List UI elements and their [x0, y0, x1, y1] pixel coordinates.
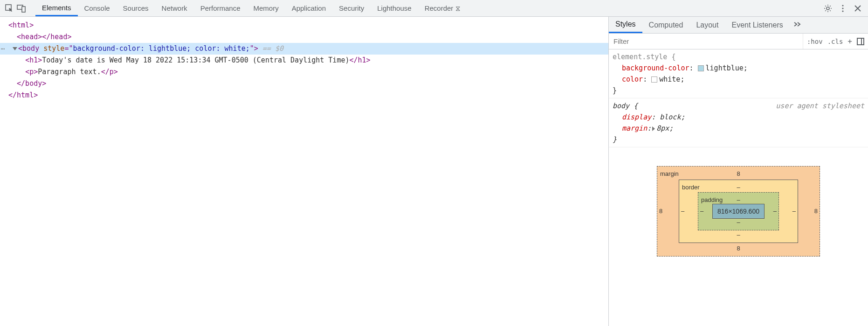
- dom-node-body-open[interactable]: ⋯ <body style="background-color: lightbl…: [0, 43, 608, 55]
- bm-margin-right[interactable]: 8: [814, 206, 818, 217]
- colon: :: [643, 75, 651, 83]
- inspect-icon[interactable]: [5, 4, 14, 13]
- style-property[interactable]: display: block;: [613, 111, 864, 123]
- tag-text: </html>: [8, 91, 38, 99]
- close-icon[interactable]: [853, 4, 862, 13]
- tag-close: </h1>: [350, 56, 371, 64]
- box-model-margin[interactable]: margin 8 8 8 8 border – – – – padding –: [657, 166, 820, 257]
- colon: :: [647, 124, 651, 132]
- prop-value: block: [660, 113, 681, 121]
- svg-rect-2: [22, 7, 25, 12]
- gear-icon[interactable]: [823, 4, 833, 13]
- prop-value: white: [659, 75, 680, 83]
- dom-node-h1[interactable]: <h1>Today's date is Wed May 18 2022 15:1…: [0, 55, 608, 66]
- cls-toggle[interactable]: .cls: [827, 38, 843, 45]
- expand-arrow-icon[interactable]: [13, 47, 17, 50]
- box-model-padding[interactable]: padding – – – – 816×1069.600: [698, 192, 779, 230]
- bm-content-size: 816×1069.600: [717, 208, 759, 215]
- elements-panel[interactable]: <html> <head></head> ⋯ <body style="back…: [0, 17, 609, 326]
- sidetab-layout[interactable]: Layout: [689, 17, 725, 33]
- tab-label: Application: [292, 4, 326, 12]
- toolbar-left-icons: [0, 0, 31, 16]
- bm-border-top[interactable]: –: [737, 182, 740, 193]
- svg-line-11: [830, 6, 830, 6]
- svg-point-3: [827, 7, 829, 10]
- semicolon: ;: [680, 75, 684, 83]
- sidetab-label: Event Listeners: [731, 21, 783, 29]
- tab-label: Lighthouse: [377, 4, 411, 12]
- brace-close: }: [613, 135, 617, 144]
- text-node: Paragraph text.: [38, 68, 101, 76]
- rule-body[interactable]: user agent stylesheet body { display: bl…: [609, 98, 868, 147]
- box-model-diagram[interactable]: margin 8 8 8 8 border – – – – padding –: [609, 147, 868, 275]
- brace-close: }: [613, 86, 617, 95]
- svg-point-12: [842, 5, 843, 6]
- bm-border-right[interactable]: –: [792, 206, 796, 217]
- bm-padding-bottom[interactable]: –: [737, 217, 740, 228]
- ua-stylesheet-label: user agent stylesheet: [776, 100, 864, 111]
- style-property[interactable]: margin:8px;: [613, 123, 864, 134]
- tag-open: <p>: [25, 68, 38, 76]
- sidetab-label: Computed: [649, 21, 683, 29]
- devtools-toolbar: Elements Console Sources Network Perform…: [0, 0, 868, 17]
- tab-network[interactable]: Network: [155, 0, 194, 16]
- dom-node-html-open[interactable]: <html>: [0, 20, 608, 31]
- color-swatch-icon[interactable]: [651, 76, 657, 83]
- tab-label: Security: [339, 4, 364, 12]
- overflow-chevron-icon[interactable]: [793, 21, 802, 29]
- bm-margin-bottom[interactable]: 8: [737, 243, 740, 254]
- sidetab-event-listeners[interactable]: Event Listeners: [725, 17, 789, 33]
- box-model-border[interactable]: border – – – – padding – – – – 816×1069.…: [679, 180, 798, 243]
- color-swatch-icon[interactable]: [698, 65, 704, 71]
- expand-shorthand-icon[interactable]: [652, 126, 655, 131]
- tab-recorder[interactable]: Recorder ⧖: [418, 0, 467, 16]
- selector-text: element.style {: [613, 53, 675, 61]
- filter-controls: :hov .cls +: [803, 34, 868, 49]
- sidetab-styles[interactable]: Styles: [609, 17, 642, 33]
- tab-sources[interactable]: Sources: [117, 0, 155, 16]
- tag-open: <body: [18, 44, 43, 53]
- svg-line-10: [825, 10, 826, 11]
- bm-margin-top[interactable]: 8: [737, 168, 740, 180]
- device-icon[interactable]: [17, 4, 26, 13]
- tab-label: Elements: [42, 4, 71, 12]
- tab-label: Console: [84, 4, 110, 12]
- new-style-rule-button[interactable]: +: [847, 37, 852, 46]
- tab-memory[interactable]: Memory: [247, 0, 285, 16]
- tab-label: Network: [162, 4, 187, 12]
- bm-padding-right[interactable]: –: [773, 206, 777, 217]
- dom-node-p[interactable]: <p>Paragraph text.</p>: [0, 66, 608, 78]
- tab-security[interactable]: Security: [332, 0, 371, 16]
- kebab-icon[interactable]: [838, 4, 847, 13]
- sidetab-label: Layout: [696, 21, 718, 29]
- tag-open: <h1>: [25, 56, 42, 64]
- bm-padding-top[interactable]: –: [737, 194, 740, 206]
- tab-application[interactable]: Application: [285, 0, 332, 16]
- toggle-sidebar-icon[interactable]: [857, 38, 864, 45]
- dom-node-body-close[interactable]: </body>: [0, 78, 608, 90]
- bm-margin-left[interactable]: 8: [659, 206, 662, 217]
- bm-border-bottom[interactable]: –: [737, 229, 740, 241]
- hov-toggle[interactable]: :hov: [807, 38, 823, 45]
- styles-body: element.style { background-color: lightb…: [609, 49, 868, 326]
- colon: :: [651, 113, 660, 121]
- tab-elements[interactable]: Elements: [35, 0, 78, 16]
- sidetab-computed[interactable]: Computed: [642, 17, 690, 33]
- tab-performance[interactable]: Performance: [194, 0, 247, 16]
- bm-border-left[interactable]: –: [681, 206, 684, 217]
- tag-text: </body>: [17, 79, 46, 88]
- dom-node-head[interactable]: <head></head>: [0, 31, 608, 43]
- svg-point-13: [842, 7, 843, 9]
- dom-node-html-close[interactable]: </html>: [0, 90, 608, 101]
- rule-element-style[interactable]: element.style { background-color: lightb…: [609, 49, 868, 98]
- styles-filter-input[interactable]: [609, 37, 803, 45]
- gutter-dots-icon[interactable]: ⋯: [1, 43, 4, 55]
- tab-console[interactable]: Console: [78, 0, 117, 16]
- equals: =": [64, 44, 73, 53]
- tab-lighthouse[interactable]: Lighthouse: [371, 0, 418, 16]
- styles-sidebar: Styles Computed Layout Event Listeners :…: [609, 17, 868, 326]
- tag-text: <html>: [8, 21, 34, 29]
- bm-padding-left[interactable]: –: [700, 206, 703, 217]
- style-property[interactable]: background-color: lightblue;: [613, 62, 864, 74]
- style-property[interactable]: color: white;: [613, 74, 864, 85]
